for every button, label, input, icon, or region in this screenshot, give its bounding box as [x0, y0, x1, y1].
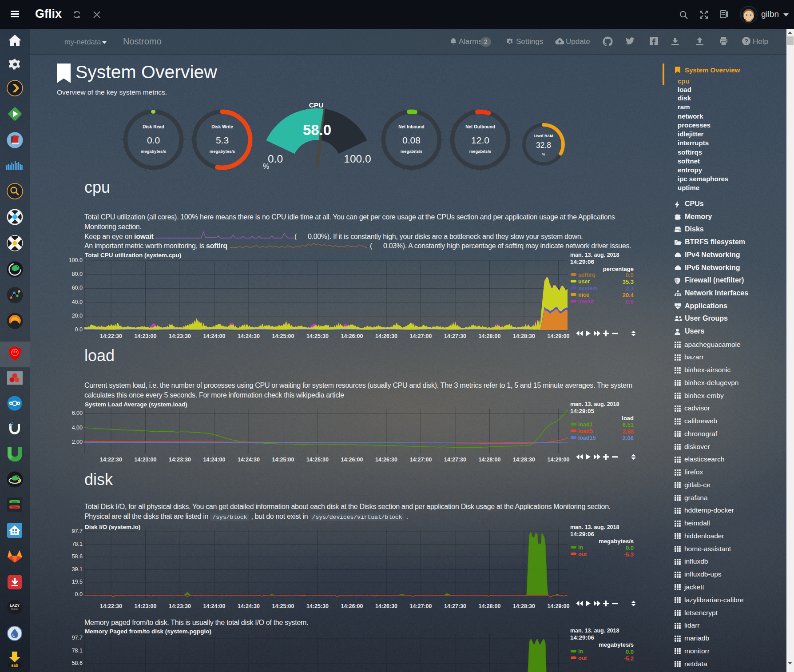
- svg-text:LAZY: LAZY: [10, 603, 20, 608]
- svg-text:Offline: Offline: [12, 506, 18, 509]
- svg-text:Online: Online: [12, 501, 18, 503]
- svg-text:sab: sab: [11, 663, 18, 668]
- svg-text:librarian: librarian: [11, 608, 19, 610]
